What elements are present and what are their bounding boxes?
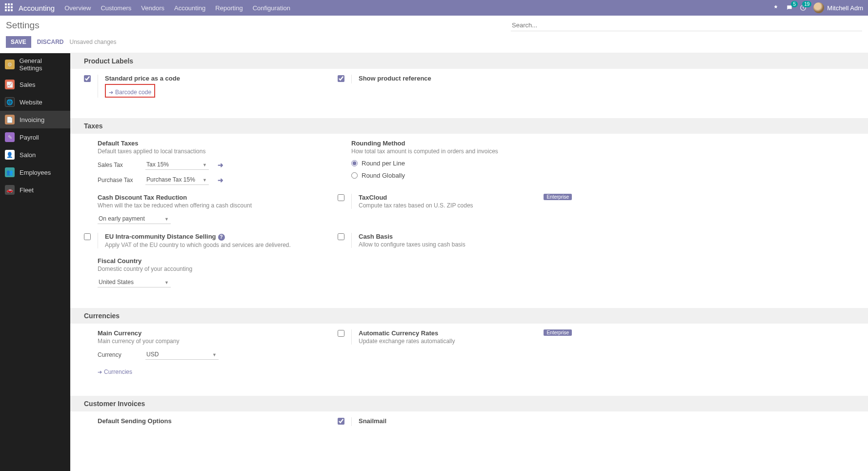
fiscal-country-input[interactable] xyxy=(98,277,171,287)
messages-badge: 5 xyxy=(791,1,798,7)
search-input[interactable] xyxy=(511,20,862,31)
nav-configuration[interactable]: Configuration xyxy=(253,4,290,12)
checkbox-cash-basis[interactable] xyxy=(338,233,344,240)
award-icon[interactable] xyxy=(772,4,779,11)
discard-button[interactable]: DISCARD xyxy=(37,39,64,45)
barcode-code-link[interactable]: Barcode code xyxy=(109,89,151,96)
radio-round-line[interactable] xyxy=(351,160,358,166)
checkbox-taxcloud[interactable] xyxy=(338,194,344,201)
nav-overview[interactable]: Overview xyxy=(64,4,91,12)
cash-discount-input[interactable] xyxy=(98,214,171,224)
cash-discount-title: Cash Discount Tax Reduction xyxy=(98,194,318,201)
chart-icon: 📈 xyxy=(5,80,15,89)
sales-tax-label: Sales Tax xyxy=(98,162,140,168)
car-icon: 🚗 xyxy=(5,185,15,195)
activity-badge: 19 xyxy=(802,1,811,7)
nav-accounting[interactable]: Accounting xyxy=(174,4,205,12)
save-button[interactable]: SAVE xyxy=(6,36,31,48)
cash-basis-desc: Allow to configure taxes using cash basi… xyxy=(359,241,572,248)
nav-vendors[interactable]: Vendors xyxy=(141,4,164,12)
section-header-invoices: Customer Invoices xyxy=(70,396,868,411)
purchase-tax-input[interactable] xyxy=(145,175,209,185)
external-link-icon[interactable]: ➜ xyxy=(218,176,223,184)
checkbox-auto-rates[interactable] xyxy=(338,330,344,337)
apps-icon[interactable] xyxy=(5,3,14,12)
taxcloud-title: TaxCloud xyxy=(359,194,572,201)
action-bar: SAVE DISCARD Unsaved changes xyxy=(0,33,868,53)
fiscal-title: Fiscal Country xyxy=(98,257,318,265)
default-taxes-title: Default Taxes xyxy=(98,140,318,147)
sidebar-label: Payroll xyxy=(20,134,39,141)
section-header-taxes: Taxes xyxy=(70,118,868,134)
eu-title: EU Intra-community Distance Selling? xyxy=(105,233,318,241)
sidebar-item-general[interactable]: ⚙General Settings xyxy=(0,53,70,76)
page-header: Settings xyxy=(0,16,868,33)
sidebar-item-payroll[interactable]: ✎Payroll xyxy=(0,128,70,146)
sidebar-item-website[interactable]: 🌐Website xyxy=(0,93,70,111)
sales-tax-input[interactable] xyxy=(145,160,209,170)
nav-menu: Overview Customers Vendors Accounting Re… xyxy=(64,4,290,12)
cash-discount-desc: When will the tax be reduced when offeri… xyxy=(98,202,318,209)
radio-round-global[interactable] xyxy=(351,172,358,179)
round-line-label: Round per Line xyxy=(362,160,405,167)
main-currency-title: Main Currency xyxy=(98,329,318,337)
section-header-product-labels: Product Labels xyxy=(70,53,868,69)
sidebar-item-salon[interactable]: 👤Salon xyxy=(0,146,70,164)
payroll-icon: ✎ xyxy=(5,132,15,142)
sidebar-label: Sales xyxy=(20,81,36,88)
messages-icon[interactable]: 5 xyxy=(786,4,793,11)
default-sending-title: Default Sending Options xyxy=(98,417,318,425)
app-name[interactable]: Accounting xyxy=(19,4,55,12)
sidebar-item-invoicing[interactable]: 📄Invoicing xyxy=(0,111,70,128)
user-name: Mitchell Adm xyxy=(827,4,863,12)
round-global-label: Round Globally xyxy=(362,172,405,179)
nav-reporting[interactable]: Reporting xyxy=(215,4,242,12)
sidebar-label: Salon xyxy=(20,151,36,159)
enterprise-badge: Enterprise xyxy=(544,194,572,200)
purchase-tax-label: Purchase Tax xyxy=(98,177,140,184)
rounding-desc: How total tax amount is computed in orde… xyxy=(351,148,572,155)
user-menu[interactable]: Mitchell Adm xyxy=(813,2,863,13)
sidebar-item-employees[interactable]: 👥Employees xyxy=(0,164,70,181)
eu-desc: Apply VAT of the EU country to which goo… xyxy=(105,242,318,248)
section-header-currencies: Currencies xyxy=(70,308,868,324)
invoice-icon: 📄 xyxy=(5,115,15,124)
enterprise-badge: Enterprise xyxy=(544,329,572,336)
sidebar-label: General Settings xyxy=(20,57,65,72)
checkbox-std-price[interactable] xyxy=(84,75,91,82)
auto-rates-title: Automatic Currency Rates xyxy=(359,329,572,337)
checkbox-show-ref[interactable] xyxy=(338,75,344,82)
currency-label: Currency xyxy=(98,351,140,358)
sidebar-label: Website xyxy=(20,99,42,106)
sidebar-label: Employees xyxy=(20,169,51,176)
top-nav: Accounting Overview Customers Vendors Ac… xyxy=(0,0,868,16)
employees-icon: 👥 xyxy=(5,167,15,177)
page-title: Settings xyxy=(6,20,40,31)
salon-icon: 👤 xyxy=(5,150,15,160)
settings-sidebar: ⚙General Settings 📈Sales 🌐Website 📄Invoi… xyxy=(0,53,70,471)
gear-icon: ⚙ xyxy=(5,60,15,69)
auto-rates-desc: Update exchange rates automatically xyxy=(359,338,572,345)
std-price-title: Standard price as a code xyxy=(105,75,318,82)
cash-basis-title: Cash Basis xyxy=(359,233,572,240)
checkbox-eu-distance[interactable] xyxy=(84,233,91,240)
sidebar-label: Invoicing xyxy=(20,116,44,123)
fiscal-desc: Domestic country of your accounting xyxy=(98,266,318,272)
currencies-link[interactable]: Currencies xyxy=(98,369,132,375)
sidebar-label: Fleet xyxy=(20,186,34,194)
globe-icon: 🌐 xyxy=(5,97,15,107)
avatar xyxy=(813,2,824,13)
main-currency-desc: Main currency of your company xyxy=(98,338,318,345)
sidebar-item-fleet[interactable]: 🚗Fleet xyxy=(0,181,70,199)
nav-customers[interactable]: Customers xyxy=(101,4,131,12)
currency-input[interactable] xyxy=(145,349,219,360)
checkbox-snailmail[interactable] xyxy=(338,418,344,425)
main-content: Product Labels Standard price as a code … xyxy=(70,53,868,471)
help-icon[interactable]: ? xyxy=(218,234,225,241)
sidebar-item-sales[interactable]: 📈Sales xyxy=(0,76,70,93)
external-link-icon[interactable]: ➜ xyxy=(218,161,223,169)
activity-icon[interactable]: 19 xyxy=(800,4,807,11)
show-ref-title: Show product reference xyxy=(359,75,572,82)
unsaved-label: Unsaved changes xyxy=(69,39,116,45)
default-taxes-desc: Default taxes applied to local transacti… xyxy=(98,148,318,155)
